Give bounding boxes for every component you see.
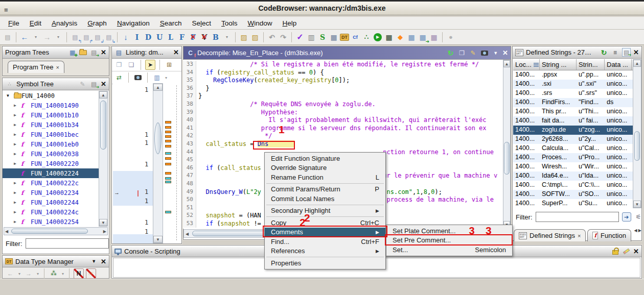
edit-symbol-icon[interactable]: ✎ (78, 80, 87, 88)
code-line[interactable]: 41 programme si le serveur dns répondait… (183, 125, 503, 133)
column-header-data[interactable]: Data ... (605, 59, 632, 70)
table-row[interactable]: 1400...FindFirs..."Find...ds (513, 98, 633, 107)
data-types-icon[interactable]: DT (340, 34, 349, 41)
expander-icon[interactable]: ▶ (14, 161, 19, 166)
cursor-select-icon[interactable]: ➤ (145, 60, 155, 70)
symbol-tree-item[interactable]: ▶fFUN_140001b34 (3, 120, 99, 130)
letter-d-icon[interactable]: D (143, 32, 153, 42)
code-line[interactable]: 37} (183, 92, 503, 101)
letter-b-dropdown-icon[interactable]: ▾ (222, 32, 232, 42)
menu-item-commit-params-return[interactable]: Commit Params/ReturnP (265, 185, 385, 194)
column-header-loc[interactable]: Loc... (513, 59, 540, 70)
dtm-back-dropdown-icon[interactable]: ▾ (17, 268, 21, 279)
chevron-down-icon[interactable]: ▼ (89, 257, 98, 266)
symbol-tree-root[interactable]: ▼FUN_14000 (3, 91, 99, 101)
diff-listing-icon[interactable]: ⇄ (114, 72, 124, 83)
tab-close-icon[interactable]: × (56, 64, 59, 70)
expander-icon[interactable]: ▶ (14, 190, 19, 195)
import-symbols-icon[interactable]: ▤➜ (89, 80, 98, 88)
dtm-tree-dropdown-icon[interactable]: ▾ (61, 268, 65, 279)
diff-view-icon[interactable]: ◆ (395, 32, 405, 42)
out-function-forward-icon[interactable]: ▤↱ (81, 32, 91, 42)
table-row[interactable]: 1400...Ida64.e...u"Ida...unico... (513, 171, 633, 181)
letter-f-icon[interactable]: F (177, 32, 187, 42)
strings-filter-input[interactable] (536, 212, 619, 222)
table-row[interactable]: 1400....srsu".srs"unico... (513, 89, 633, 98)
submenu-item-set-plate-comment[interactable]: Set Plate Comment...3 (386, 226, 512, 236)
in-function-back-icon[interactable]: ▤↲ (93, 32, 103, 42)
navigation-marker[interactable] (165, 121, 171, 124)
menu-item-secondary-highlight[interactable]: Secondary Highlight▶ (265, 206, 385, 216)
close-icon[interactable]: ✕ (173, 48, 179, 56)
symbol-tree-item[interactable]: ▶fFUN_140002220 (3, 159, 99, 168)
expander-icon[interactable]: ▶ (14, 200, 19, 205)
navigation-marker[interactable] (165, 172, 171, 175)
menu-edit[interactable]: Edit (25, 18, 47, 29)
navigation-marker[interactable] (165, 126, 171, 129)
menu-window[interactable]: Window (243, 18, 278, 29)
expander-icon[interactable]: ▶ (14, 132, 19, 137)
dtm-back-icon[interactable]: ← (5, 268, 15, 279)
paste-icon[interactable]: ❏ (126, 60, 136, 70)
decompile-vscrollbar[interactable]: ▲ ▼ (503, 60, 511, 229)
open-folder-icon[interactable] (79, 50, 87, 55)
strings-table[interactable]: 1400....ppsxu".pp...unico...1400....sxiu… (513, 70, 633, 208)
table-row[interactable]: 1400...SuperP...u"Su...unico... (513, 199, 633, 208)
code-line[interactable]: 33 /* Si le registre a bien été modifié,… (183, 61, 503, 69)
navigation-marker[interactable] (165, 131, 171, 133)
forward-dropdown-icon[interactable]: ▾ (53, 32, 63, 42)
menu-file[interactable]: File (3, 18, 25, 29)
copy-icon[interactable]: ❐ (457, 48, 466, 57)
menu-graph[interactable]: Graph (82, 18, 112, 29)
menu-item-find[interactable]: Find...Ctrl+F (265, 237, 385, 247)
expander-icon[interactable]: ▶ (14, 219, 19, 224)
menu-select[interactable]: Select (187, 18, 216, 29)
forward-icon[interactable]: → (42, 32, 52, 42)
table-row[interactable]: 1400...SOFTW...u"SO...unico... (513, 190, 633, 199)
table-row[interactable]: 1400...Proces...u"Pro...unico... (513, 153, 633, 162)
letter-u-icon[interactable]: U (154, 32, 165, 42)
lock-icon[interactable] (611, 247, 619, 256)
code-line[interactable]: 36 } (183, 85, 503, 93)
filter-options-icon[interactable]: ➔ (622, 212, 631, 222)
function-graph-icon[interactable]: Cf (350, 32, 360, 42)
filter-settings-icon[interactable]: ⚟ (634, 213, 643, 222)
memory-map-icon[interactable]: ▦ (329, 32, 339, 42)
table-row[interactable]: 1400...zoglu.deu"zog...unico... (513, 126, 633, 135)
symbol-tree-item[interactable]: ▶fFUN_140002244 (3, 198, 99, 207)
chevron-down-icon[interactable]: ▼ (491, 48, 500, 57)
expander-icon[interactable]: ▶ (14, 152, 19, 156)
menu-item-commit-local-names[interactable]: Commit Local Names (265, 194, 385, 204)
code-line[interactable]: 40 Il s'agit probablement du killswitch,… (183, 116, 503, 125)
list-options-icon[interactable]: ≡ (611, 48, 619, 57)
expander-icon[interactable]: ▶ (14, 122, 19, 127)
expander-icon[interactable]: ▼ (7, 93, 12, 98)
binary-format-icon[interactable]: ▥ (306, 32, 316, 42)
dtm-filter-arrays-off-icon[interactable]: N (74, 268, 84, 279)
column-header-string[interactable]: String ... (540, 59, 577, 70)
create-tree-icon[interactable]: ▦✚ (68, 48, 77, 57)
listing-vscrollbar[interactable]: ▲ ▼ (153, 83, 163, 243)
table-row[interactable]: 1400...Wiresh...u"Wir...unico... (513, 162, 633, 171)
clear-code-bytes-icon[interactable]: ▨ (239, 32, 249, 42)
import-tree-icon[interactable]: ▤➜ (89, 48, 98, 57)
tab-scroll-arrows[interactable]: ◀ ▶ (634, 228, 641, 233)
register-manager-icon[interactable]: ▦ (429, 32, 439, 42)
listing-content[interactable]: → ▲ ▼ 11111111 (113, 83, 181, 243)
call-tree-icon[interactable]: ∴ (361, 32, 372, 42)
strings-vscrollbar[interactable]: ▲ ▼ (633, 59, 641, 208)
close-icon[interactable]: ✕ (101, 80, 106, 88)
tab-defined-strings[interactable]: 0101DATDefined Strings× (514, 229, 586, 241)
refresh-icon[interactable]: ↻ (600, 48, 608, 57)
symbol-tree-item[interactable]: ▶fFUN_140002224 (3, 168, 99, 178)
letter-l-icon[interactable]: L (166, 32, 176, 42)
clear-with-options-icon[interactable]: ▨ (250, 32, 260, 42)
symbol-tree-item[interactable]: ▶fFUN_140002234 (3, 188, 99, 198)
symbol-tree-item[interactable]: ▶fFUN_140001b10 (3, 110, 99, 120)
table-row[interactable]: 1400...2y6268...u"2y...unico... (513, 135, 633, 144)
tab-program-tree[interactable]: Program Tree × (8, 61, 64, 73)
menu-help[interactable]: Help (278, 18, 302, 29)
memory-chip-icon[interactable]: ▦ (384, 32, 394, 42)
code-line[interactable]: 35 RegCloseKey(created_key_registry[0]); (183, 77, 503, 85)
expand-blocks-icon[interactable]: ⊞ (164, 60, 174, 70)
